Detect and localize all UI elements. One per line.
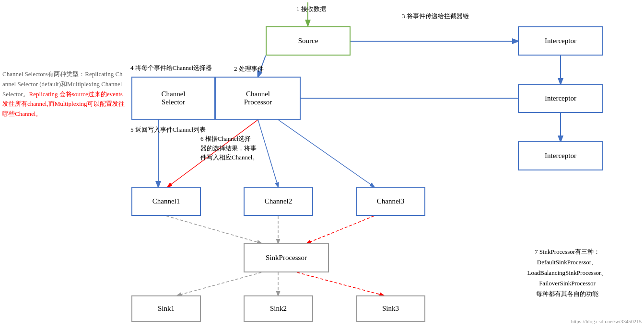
diagram-container: Source ChannelSelector ChannelProcessor …	[0, 0, 644, 328]
sink-processor-box: SinkProcessor	[244, 243, 329, 272]
interceptor1-box: Interceptor	[518, 26, 603, 56]
interceptor3-label: Interceptor	[545, 152, 576, 160]
channel-processor-box: ChannelProcessor	[215, 77, 301, 120]
annotation-3: 3 将事件传递给拦截器链	[402, 12, 469, 21]
annotation-1: 1 接收数据	[296, 5, 326, 13]
annotation-6: 6 根据Channel选择器的选择结果，将事件写入相应Channel。	[200, 134, 289, 162]
watermark: https://blog.csdn.net/wi33450215	[571, 318, 642, 324]
svg-line-13	[166, 216, 261, 243]
sink-processor-label: SinkProcessor	[266, 254, 307, 262]
svg-line-15	[307, 216, 374, 243]
channel2-label: Channel2	[265, 197, 293, 205]
interceptor1-label: Interceptor	[545, 37, 576, 45]
interceptor2-box: Interceptor	[518, 84, 603, 113]
annotation-5: 5 返回写入事件Channel列表	[130, 125, 206, 134]
channel3-box: Channel3	[356, 187, 425, 216]
channel2-box: Channel2	[244, 187, 313, 216]
interceptor2-label: Interceptor	[545, 94, 576, 102]
sidebar-text: Channel Selectors有两种类型：Replicating Chann…	[2, 69, 125, 119]
interceptor3-box: Interceptor	[518, 141, 603, 170]
sink1-label: Sink1	[158, 305, 175, 313]
bottom-right-annotation: 7 SinkProcessor有三种：DefaultSinkProcessor、…	[493, 247, 642, 299]
channel1-label: Channel1	[152, 197, 180, 205]
sink2-box: Sink2	[244, 295, 313, 322]
source-box: Source	[266, 26, 351, 56]
channel-selector-label: ChannelSelector	[162, 90, 186, 106]
sink1-box: Sink1	[131, 295, 201, 322]
svg-line-11	[278, 120, 374, 187]
channel-selector-box: ChannelSelector	[131, 77, 215, 120]
annotation-4: 4 将每个事件给Channel选择器	[130, 64, 212, 72]
sink3-box: Sink3	[356, 295, 425, 322]
svg-line-18	[297, 272, 384, 295]
channel-processor-label: ChannelProcessor	[244, 90, 272, 106]
sidebar-text-content: Channel Selectors有两种类型：Replicating Chann…	[2, 70, 125, 117]
svg-line-16	[177, 272, 261, 295]
sink2-label: Sink2	[270, 305, 287, 313]
annotation-2: 2 处理事件	[234, 65, 264, 73]
source-label: Source	[298, 37, 318, 45]
channel1-box: Channel1	[131, 187, 201, 216]
channel3-label: Channel3	[377, 197, 405, 205]
sink3-label: Sink3	[382, 305, 399, 313]
